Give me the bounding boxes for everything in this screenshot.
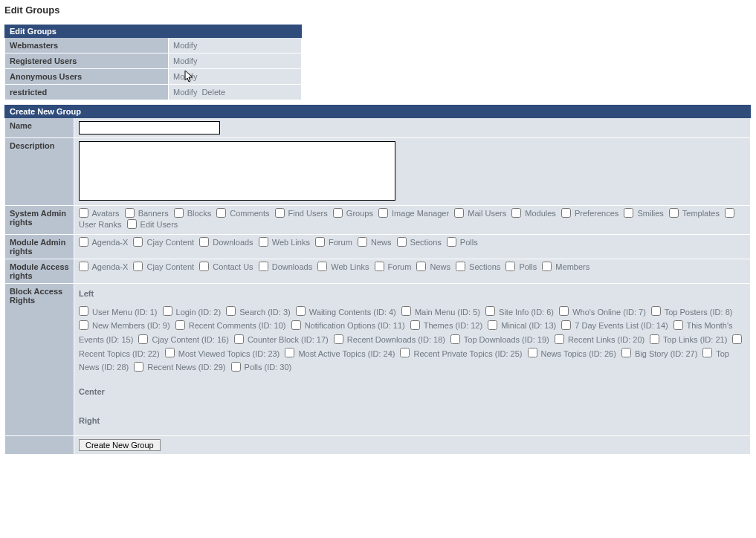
modify-link[interactable]: Modify <box>173 88 197 97</box>
block-left-item: Recent News (ID: 29) <box>134 363 227 372</box>
description-label: Description <box>5 138 74 206</box>
block-left-item: 7 Day Events List (ID: 14) <box>561 321 670 330</box>
block-left-checkbox[interactable] <box>234 334 244 344</box>
block-left-checkbox[interactable] <box>621 348 631 357</box>
module-access-checkbox[interactable] <box>505 262 515 271</box>
system-admin-checkbox[interactable] <box>669 208 679 218</box>
block-left-checkbox[interactable] <box>450 334 460 344</box>
module-access-checkbox[interactable] <box>259 262 268 271</box>
system-admin-checkbox[interactable] <box>454 208 464 218</box>
module-access-checkbox[interactable] <box>416 262 426 271</box>
module-access-checkbox[interactable] <box>317 262 327 271</box>
system-admin-checkbox[interactable] <box>79 208 88 218</box>
module-admin-checkbox[interactable] <box>199 237 209 247</box>
system-admin-item: Comments <box>216 209 271 218</box>
block-left-checkbox[interactable] <box>401 306 411 316</box>
block-left-checkbox[interactable] <box>485 306 495 316</box>
block-left-checkbox[interactable] <box>732 334 742 344</box>
block-left-checkbox[interactable] <box>555 334 564 344</box>
modify-link[interactable]: Modify <box>173 41 197 50</box>
block-left-item: Site Info (ID: 6) <box>485 308 556 317</box>
modify-link[interactable]: Modify <box>173 56 197 65</box>
system-admin-checkbox[interactable] <box>725 208 734 218</box>
module-access-checkbox[interactable] <box>375 262 384 271</box>
block-left-item: Themes (ID: 12) <box>410 321 485 330</box>
block-left-checkbox[interactable] <box>138 334 148 344</box>
block-left-checkbox[interactable] <box>488 320 497 330</box>
module-access-checkbox[interactable] <box>456 262 465 271</box>
system-admin-checkbox[interactable] <box>275 208 285 218</box>
block-left-item: New Members (ID: 9) <box>79 321 172 330</box>
block-left-checkbox[interactable] <box>79 320 88 330</box>
create-group-header: Create New Group <box>5 106 751 118</box>
block-left-item: Most Viewed Topics (ID: 23) <box>165 349 282 358</box>
block-left-checkbox[interactable] <box>561 320 571 330</box>
module-admin-checkbox[interactable] <box>397 237 407 247</box>
block-left-checkbox[interactable] <box>702 348 712 357</box>
block-left-checkbox[interactable] <box>650 334 659 344</box>
module-admin-checkbox[interactable] <box>447 237 456 247</box>
delete-link[interactable]: Delete <box>201 88 225 97</box>
name-label: Name <box>5 118 74 138</box>
block-left-checkbox[interactable] <box>134 362 143 372</box>
block-left-item: Search (ID: 3) <box>226 308 293 317</box>
block-left-item: Top Downloads (ID: 19) <box>450 335 552 344</box>
module-admin-checkbox[interactable] <box>79 237 88 247</box>
block-left-item: Notification Options (ID: 11) <box>291 321 407 330</box>
block-left-item: Minical (ID: 13) <box>488 321 558 330</box>
system-admin-checkbox[interactable] <box>561 208 571 218</box>
module-access-checkbox[interactable] <box>79 262 88 271</box>
system-admin-item: Image Manager <box>378 209 451 218</box>
system-admin-checkbox[interactable] <box>511 208 521 218</box>
module-admin-checkbox[interactable] <box>133 237 143 247</box>
system-admin-list: Avatars Banners Blocks Comments Find Use… <box>79 209 736 229</box>
module-access-item: Cjay Content <box>133 262 196 271</box>
group-actions-cell: Modify <box>169 69 302 85</box>
block-left-checkbox[interactable] <box>79 306 88 316</box>
create-group-button[interactable]: Create New Group <box>79 439 161 451</box>
block-left-checkbox[interactable] <box>291 320 301 330</box>
module-admin-checkbox[interactable] <box>315 237 325 247</box>
modify-link[interactable]: Modify <box>173 72 197 81</box>
group-actions-cell: Modify <box>169 38 302 54</box>
system-admin-checkbox[interactable] <box>174 208 184 218</box>
module-access-checkbox[interactable] <box>133 262 143 271</box>
block-left-checkbox[interactable] <box>410 320 420 330</box>
block-left-checkbox[interactable] <box>400 348 410 357</box>
block-left-item: Top Posters (ID: 8) <box>651 308 733 317</box>
group-name-cell: Registered Users <box>5 54 169 69</box>
name-input[interactable] <box>79 121 220 134</box>
system-admin-checkbox[interactable] <box>127 219 137 229</box>
module-access-item: Sections <box>456 262 503 271</box>
module-admin-item: Web Links <box>259 238 312 247</box>
module-admin-checkbox[interactable] <box>358 237 367 247</box>
system-admin-checkbox[interactable] <box>333 208 343 218</box>
block-left-checkbox[interactable] <box>651 306 661 316</box>
block-left-checkbox[interactable] <box>163 306 172 316</box>
block-left-checkbox[interactable] <box>226 306 236 316</box>
block-left-checkbox[interactable] <box>175 320 185 330</box>
module-access-item: Agenda-X <box>79 262 130 271</box>
system-admin-item: Avatars <box>79 209 122 218</box>
block-left-checkbox[interactable] <box>296 306 306 316</box>
description-textarea[interactable] <box>79 141 395 201</box>
block-left-checkbox[interactable] <box>334 334 343 344</box>
system-admin-checkbox[interactable] <box>216 208 226 218</box>
system-admin-checkbox[interactable] <box>378 208 388 218</box>
module-access-checkbox[interactable] <box>542 262 552 271</box>
block-left-item: Recent Comments (ID: 10) <box>175 321 288 330</box>
system-admin-checkbox[interactable] <box>125 208 135 218</box>
block-left-item: User Menu (ID: 1) <box>79 308 160 317</box>
block-left-checkbox[interactable] <box>231 362 241 372</box>
block-left-list: User Menu (ID: 1) Login (ID: 2) Search (… <box>79 308 743 372</box>
block-left-checkbox[interactable] <box>673 320 683 330</box>
block-left-checkbox[interactable] <box>285 348 294 357</box>
block-left-checkbox[interactable] <box>165 348 175 357</box>
block-left-item: Main Menu (ID: 5) <box>401 308 482 317</box>
system-admin-checkbox[interactable] <box>624 208 633 218</box>
module-access-checkbox[interactable] <box>199 262 209 271</box>
module-access-item: Forum <box>375 262 414 271</box>
module-admin-checkbox[interactable] <box>259 237 268 247</box>
block-left-checkbox[interactable] <box>528 348 537 357</box>
block-left-checkbox[interactable] <box>559 306 569 316</box>
